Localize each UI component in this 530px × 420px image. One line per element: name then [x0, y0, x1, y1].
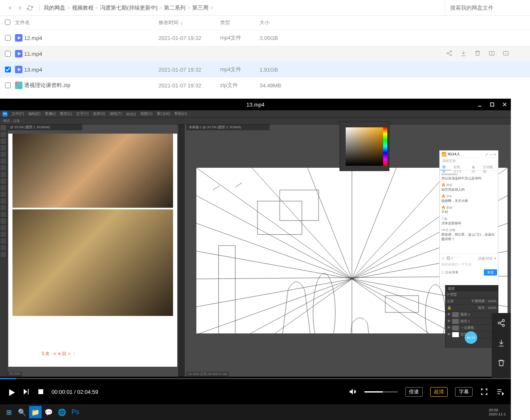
- volume-slider[interactable]: [364, 391, 398, 393]
- taskbar-item[interactable]: 🔍: [16, 406, 28, 418]
- divider: [39, 4, 40, 12]
- delete-icon[interactable]: [474, 50, 481, 58]
- color-field[interactable]: [346, 127, 384, 166]
- maximize-button[interactable]: [486, 99, 498, 110]
- download-icon[interactable]: [460, 50, 467, 58]
- fire-icon: 🔥: [441, 206, 446, 209]
- taskbar-item[interactable]: 💬: [42, 406, 55, 418]
- share-icon[interactable]: [492, 313, 511, 333]
- breadcrumb-item[interactable]: 冯渡第七期(持续更新中): [100, 4, 158, 12]
- chat-message: 小葱没事后面相等: [441, 217, 496, 226]
- nav-refresh-button[interactable]: [25, 3, 35, 13]
- chat-input-area: ☺ 🖼 A屏蔽特效 ▾ 快和老师们一下互动 ☐ 全体弹幕 发送: [440, 254, 498, 276]
- side-action-rail: [492, 313, 511, 384]
- file-type: zip文件: [220, 82, 260, 89]
- chat-header: 📶 8114人 ⤢ — ×: [440, 151, 498, 158]
- taskbar-item[interactable]: 🌐: [56, 406, 68, 418]
- col-type[interactable]: 类型: [220, 19, 260, 26]
- column-header: 文件名 修改时间↓ 类型 大小: [0, 16, 530, 30]
- chat-tab[interactable]: 在线(117): [451, 164, 469, 170]
- layers-panel: 图层 P 类型 正常不透明度：100% 🔒填充：100% 👁图层 2 👁组员 1…: [445, 285, 498, 348]
- breadcrumb-item[interactable]: 视频教程: [72, 4, 94, 12]
- row-checkbox[interactable]: [5, 35, 11, 41]
- layers-header: 图层: [446, 286, 498, 291]
- chat-send-button[interactable]: 发送: [484, 269, 497, 276]
- quality-button[interactable]: 超清: [430, 387, 448, 397]
- chat-tab[interactable]: 嘉问: [469, 164, 480, 170]
- svg-point-15: [498, 322, 500, 324]
- svg-point-0: [450, 50, 451, 52]
- more-icon[interactable]: [503, 50, 509, 58]
- col-name[interactable]: 文件名: [15, 19, 159, 26]
- svg-rect-17: [38, 389, 43, 394]
- svg-point-12: [425, 284, 445, 333]
- timer-badge: 58:19: [465, 331, 477, 344]
- taskbar-item[interactable]: Ps: [69, 406, 82, 418]
- chat-subtitle: 消息互动: [440, 158, 498, 164]
- breadcrumb-item[interactable]: 我的网盘: [44, 4, 65, 12]
- subtitle-button[interactable]: 字幕: [455, 387, 473, 397]
- file-name: 11.mp4: [24, 51, 42, 57]
- chat-tab[interactable]: 互动教程: [480, 164, 498, 170]
- layer-kind-row: P 类型: [446, 291, 498, 298]
- svg-rect-13: [385, 296, 419, 312]
- chat-title: 8114人: [448, 152, 460, 157]
- check-all[interactable]: [5, 20, 15, 26]
- layer-item[interactable]: 👁一点透视: [446, 325, 498, 331]
- col-time[interactable]: 修改时间↓: [159, 19, 220, 26]
- row-checkbox[interactable]: [5, 82, 11, 88]
- nav-back-button[interactable]: [5, 3, 15, 13]
- start-button[interactable]: ⊞: [2, 406, 15, 418]
- chat-message: 🔥 学长细致啊，关天大楼: [441, 194, 496, 203]
- row-checkbox[interactable]: [5, 67, 11, 72]
- rename-icon[interactable]: [488, 50, 495, 58]
- fullscreen-icon[interactable]: [480, 388, 488, 396]
- file-row[interactable]: 13.mp4 2021-01-07 19:32mp4文件1.91GB: [0, 62, 530, 77]
- chat-tab[interactable]: 聊天: [440, 164, 451, 170]
- layer-mode-row: 正常不透明度：100%: [446, 298, 498, 305]
- file-time: 2021-01-07 19:32: [159, 35, 220, 41]
- ps-doc-tab: 未标题-1 @ 33.3% (图层 2, RGB/8): [186, 124, 270, 130]
- taskbar-item[interactable]: 📁: [29, 406, 42, 418]
- chat-checkbox[interactable]: ☐ 全体弹幕: [441, 270, 458, 275]
- next-button[interactable]: [22, 388, 30, 396]
- file-name: 13.mp4: [24, 67, 42, 73]
- breadcrumb-item[interactable]: 第二系列: [164, 4, 186, 12]
- minimize-button[interactable]: [473, 99, 486, 110]
- svg-point-5: [505, 53, 506, 53]
- hue-slider[interactable]: [383, 127, 387, 166]
- fire-icon: 🔥: [441, 194, 446, 198]
- system-tray[interactable]: 20:592020-11-1: [489, 408, 508, 416]
- video-player: 13.mp4 Ps 文件(F)编辑(E)图像(I)图层(L)文字(Y)选择(S)…: [0, 99, 511, 420]
- download-icon[interactable]: [492, 333, 511, 353]
- speed-button[interactable]: 倍速: [405, 387, 423, 397]
- col-size[interactable]: 大小: [260, 19, 530, 26]
- fire-icon: 🔥: [441, 183, 446, 187]
- row-checkbox[interactable]: [5, 51, 11, 57]
- file-row[interactable]: 12.mp4 2021-01-07 19:32mp4文件3.05GB: [0, 30, 530, 46]
- stop-button[interactable]: [37, 388, 45, 396]
- layer-item[interactable]: 👁图层 2: [446, 311, 498, 318]
- delete-icon[interactable]: [492, 353, 511, 373]
- video-file-icon: [15, 34, 22, 42]
- chat-window-buttons[interactable]: ⤢ — ×: [485, 152, 496, 157]
- ps-doc-tab: @ 33.3% (图层 1, RGB/8#): [7, 124, 82, 130]
- playlist-icon[interactable]: [496, 388, 504, 396]
- search-input[interactable]: [450, 5, 525, 11]
- close-button[interactable]: [498, 99, 511, 110]
- nav-forward-button[interactable]: [15, 3, 25, 13]
- file-time: 2021-01-07 19:32: [159, 82, 220, 89]
- video-controls: 00:00:01 / 02:04:59 倍速 超清 字幕: [0, 379, 511, 404]
- play-button[interactable]: [7, 388, 15, 396]
- chat-input[interactable]: 快和老师们一下互动: [441, 262, 496, 267]
- share-icon[interactable]: [446, 50, 453, 58]
- file-size: 3.05GB: [260, 35, 530, 41]
- file-list: 12.mp4 2021-01-07 19:32mp4文件3.05GB 11.mp…: [0, 30, 530, 93]
- svg-point-2: [450, 55, 451, 56]
- file-row[interactable]: 透视理论课资料.zip 2021-01-07 19:32zip文件34.49MB: [0, 77, 530, 93]
- file-row[interactable]: 11.mp4: [0, 46, 530, 62]
- ps-left-document: @ 33.3% (图层 1, RGB/8#) S 英 ∙ ⊙ ⊕ 回 ∧ ⋮ 3…: [7, 124, 178, 377]
- breadcrumb-item[interactable]: 第三周: [192, 4, 208, 12]
- volume-icon[interactable]: [349, 388, 357, 396]
- layer-item[interactable]: 👁组员 1: [446, 318, 498, 325]
